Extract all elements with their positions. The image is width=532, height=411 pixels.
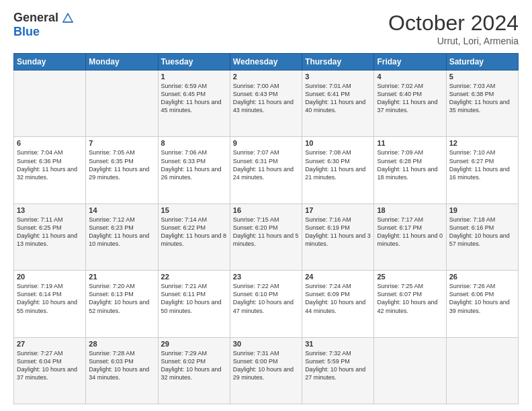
calendar-cell: 23Sunrise: 7:22 AM Sunset: 6:10 PM Dayli… (230, 271, 302, 337)
calendar-cell: 31Sunrise: 7:32 AM Sunset: 5:59 PM Dayli… (302, 337, 374, 404)
calendar-cell: 6Sunrise: 7:04 AM Sunset: 6:36 PM Daylig… (14, 137, 86, 203)
day-number: 18 (377, 206, 443, 214)
day-number: 29 (161, 340, 227, 348)
day-number: 6 (17, 139, 83, 147)
logo-icon (61, 11, 75, 25)
calendar-cell (86, 71, 158, 137)
day-number: 17 (305, 206, 371, 214)
day-number: 11 (377, 139, 443, 147)
cell-content: Sunrise: 7:07 AM Sunset: 6:31 PM Dayligh… (233, 148, 299, 181)
day-number: 13 (17, 206, 83, 214)
cell-content: Sunrise: 7:02 AM Sunset: 6:40 PM Dayligh… (377, 82, 443, 115)
day-number: 30 (233, 340, 299, 348)
logo-blue: Blue (13, 25, 40, 39)
calendar-week-row: 27Sunrise: 7:27 AM Sunset: 6:04 PM Dayli… (14, 337, 519, 404)
calendar-cell: 3Sunrise: 7:01 AM Sunset: 6:41 PM Daylig… (302, 71, 374, 137)
calendar-cell: 10Sunrise: 7:08 AM Sunset: 6:30 PM Dayli… (302, 137, 374, 203)
cell-content: Sunrise: 7:31 AM Sunset: 6:00 PM Dayligh… (233, 349, 299, 382)
subtitle: Urrut, Lori, Armenia (388, 36, 519, 46)
calendar-cell: 20Sunrise: 7:19 AM Sunset: 6:14 PM Dayli… (14, 271, 86, 337)
day-number: 5 (449, 73, 515, 81)
calendar-cell: 2Sunrise: 7:00 AM Sunset: 6:43 PM Daylig… (230, 71, 302, 137)
calendar-cell: 11Sunrise: 7:09 AM Sunset: 6:28 PM Dayli… (374, 137, 446, 203)
day-number: 22 (161, 273, 227, 281)
cell-content: Sunrise: 6:59 AM Sunset: 6:45 PM Dayligh… (161, 82, 227, 115)
calendar-day-header: Friday (374, 54, 446, 71)
calendar-week-row: 1Sunrise: 6:59 AM Sunset: 6:45 PM Daylig… (14, 71, 519, 137)
calendar-cell (374, 337, 446, 404)
calendar-cell: 24Sunrise: 7:24 AM Sunset: 6:09 PM Dayli… (302, 271, 374, 337)
day-number: 27 (17, 340, 83, 348)
calendar-cell: 30Sunrise: 7:31 AM Sunset: 6:00 PM Dayli… (230, 337, 302, 404)
day-number: 16 (233, 206, 299, 214)
day-number: 8 (161, 139, 227, 147)
day-number: 14 (89, 206, 154, 214)
calendar-cell: 19Sunrise: 7:18 AM Sunset: 6:16 PM Dayli… (446, 203, 518, 270)
calendar-week-row: 6Sunrise: 7:04 AM Sunset: 6:36 PM Daylig… (14, 137, 519, 203)
page: General Blue October 2024 Urrut, Lori, A… (0, 0, 532, 411)
cell-content: Sunrise: 7:22 AM Sunset: 6:10 PM Dayligh… (233, 282, 299, 315)
cell-content: Sunrise: 7:26 AM Sunset: 6:06 PM Dayligh… (449, 282, 515, 315)
day-number: 20 (17, 273, 83, 281)
cell-content: Sunrise: 7:00 AM Sunset: 6:43 PM Dayligh… (233, 82, 299, 115)
day-number: 24 (305, 273, 371, 281)
cell-content: Sunrise: 7:09 AM Sunset: 6:28 PM Dayligh… (377, 148, 443, 181)
day-number: 26 (449, 273, 515, 281)
main-title: October 2024 (388, 11, 519, 36)
calendar-cell: 18Sunrise: 7:17 AM Sunset: 6:17 PM Dayli… (374, 203, 446, 270)
calendar: SundayMondayTuesdayWednesdayThursdayFrid… (13, 53, 519, 404)
calendar-cell: 14Sunrise: 7:12 AM Sunset: 6:23 PM Dayli… (86, 203, 158, 270)
header: General Blue October 2024 Urrut, Lori, A… (13, 11, 519, 46)
calendar-cell: 25Sunrise: 7:25 AM Sunset: 6:07 PM Dayli… (374, 271, 446, 337)
calendar-header-row: SundayMondayTuesdayWednesdayThursdayFrid… (14, 54, 519, 71)
day-number: 2 (233, 73, 299, 81)
logo-general: General (13, 11, 58, 25)
calendar-cell: 26Sunrise: 7:26 AM Sunset: 6:06 PM Dayli… (446, 271, 518, 337)
day-number: 25 (377, 273, 443, 281)
calendar-day-header: Monday (86, 54, 158, 71)
cell-content: Sunrise: 7:17 AM Sunset: 6:17 PM Dayligh… (377, 216, 443, 248)
cell-content: Sunrise: 7:06 AM Sunset: 6:33 PM Dayligh… (161, 148, 227, 181)
cell-content: Sunrise: 7:16 AM Sunset: 6:19 PM Dayligh… (305, 216, 371, 248)
calendar-cell: 15Sunrise: 7:14 AM Sunset: 6:22 PM Dayli… (158, 203, 230, 270)
cell-content: Sunrise: 7:14 AM Sunset: 6:22 PM Dayligh… (161, 216, 227, 248)
cell-content: Sunrise: 7:04 AM Sunset: 6:36 PM Dayligh… (17, 148, 83, 181)
cell-content: Sunrise: 7:15 AM Sunset: 6:20 PM Dayligh… (233, 216, 299, 248)
day-number: 10 (305, 139, 371, 147)
calendar-cell (446, 337, 518, 404)
calendar-week-row: 13Sunrise: 7:11 AM Sunset: 6:25 PM Dayli… (14, 203, 519, 270)
cell-content: Sunrise: 7:24 AM Sunset: 6:09 PM Dayligh… (305, 282, 371, 315)
cell-content: Sunrise: 7:19 AM Sunset: 6:14 PM Dayligh… (17, 282, 83, 315)
day-number: 31 (305, 340, 371, 348)
cell-content: Sunrise: 7:08 AM Sunset: 6:30 PM Dayligh… (305, 148, 371, 181)
cell-content: Sunrise: 7:27 AM Sunset: 6:04 PM Dayligh… (17, 349, 83, 382)
calendar-cell: 9Sunrise: 7:07 AM Sunset: 6:31 PM Daylig… (230, 137, 302, 203)
cell-content: Sunrise: 7:21 AM Sunset: 6:11 PM Dayligh… (161, 282, 227, 315)
calendar-cell: 17Sunrise: 7:16 AM Sunset: 6:19 PM Dayli… (302, 203, 374, 270)
calendar-cell: 7Sunrise: 7:05 AM Sunset: 6:35 PM Daylig… (86, 137, 158, 203)
cell-content: Sunrise: 7:11 AM Sunset: 6:25 PM Dayligh… (17, 216, 83, 248)
day-number: 7 (89, 139, 154, 147)
cell-content: Sunrise: 7:10 AM Sunset: 6:27 PM Dayligh… (449, 148, 515, 181)
calendar-cell: 16Sunrise: 7:15 AM Sunset: 6:20 PM Dayli… (230, 203, 302, 270)
day-number: 3 (305, 73, 371, 81)
calendar-day-header: Tuesday (158, 54, 230, 71)
cell-content: Sunrise: 7:05 AM Sunset: 6:35 PM Dayligh… (89, 148, 154, 181)
cell-content: Sunrise: 7:29 AM Sunset: 6:02 PM Dayligh… (161, 349, 227, 382)
calendar-cell: 4Sunrise: 7:02 AM Sunset: 6:40 PM Daylig… (374, 71, 446, 137)
calendar-cell: 21Sunrise: 7:20 AM Sunset: 6:13 PM Dayli… (86, 271, 158, 337)
calendar-cell: 13Sunrise: 7:11 AM Sunset: 6:25 PM Dayli… (14, 203, 86, 270)
logo: General Blue (13, 11, 75, 39)
cell-content: Sunrise: 7:25 AM Sunset: 6:07 PM Dayligh… (377, 282, 443, 315)
day-number: 1 (161, 73, 227, 81)
calendar-cell: 22Sunrise: 7:21 AM Sunset: 6:11 PM Dayli… (158, 271, 230, 337)
calendar-week-row: 20Sunrise: 7:19 AM Sunset: 6:14 PM Dayli… (14, 271, 519, 337)
cell-content: Sunrise: 7:01 AM Sunset: 6:41 PM Dayligh… (305, 82, 371, 115)
day-number: 4 (377, 73, 443, 81)
title-section: October 2024 Urrut, Lori, Armenia (388, 11, 519, 46)
calendar-day-header: Sunday (14, 54, 86, 71)
calendar-day-header: Wednesday (230, 54, 302, 71)
calendar-day-header: Saturday (446, 54, 518, 71)
calendar-cell: 1Sunrise: 6:59 AM Sunset: 6:45 PM Daylig… (158, 71, 230, 137)
day-number: 23 (233, 273, 299, 281)
